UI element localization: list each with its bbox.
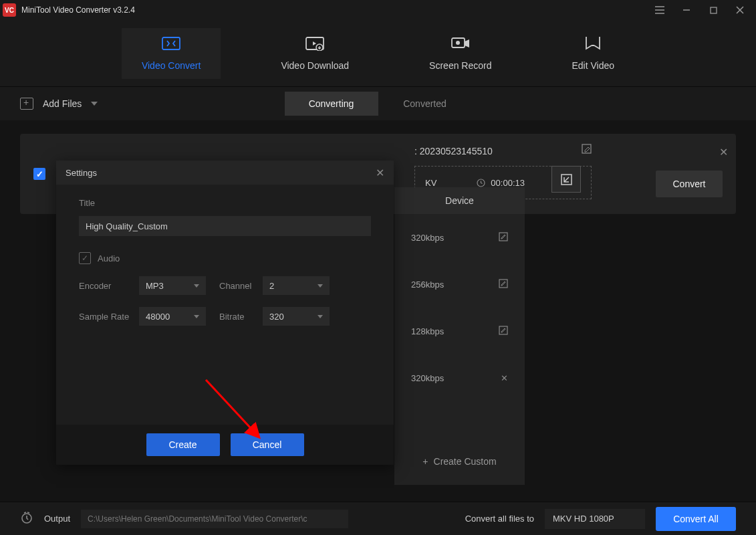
bitrate-select[interactable]: 320: [263, 307, 330, 326]
chevron-down-icon: [318, 315, 323, 318]
create-button[interactable]: Create: [146, 433, 220, 456]
tab-screen-record[interactable]: Screen Record: [409, 28, 511, 79]
svg-rect-11: [499, 326, 507, 334]
output-path-value: C:\Users\Helen Green\Documents\MiniTool …: [88, 514, 307, 524]
edit-icon[interactable]: [499, 326, 508, 337]
edit-video-icon: [583, 36, 603, 51]
menu-icon[interactable]: [646, 0, 673, 20]
clock-icon: [477, 179, 485, 187]
samplerate-select[interactable]: 48000: [139, 307, 206, 326]
samplerate-value: 48000: [146, 312, 170, 322]
output-path-select[interactable]: C:\Users\Helen Green\Documents\MiniTool …: [81, 510, 348, 528]
app-title: MiniTool Video Converter v3.2.4: [21, 5, 646, 15]
title-input[interactable]: [79, 216, 371, 236]
chevron-down-icon: [194, 315, 199, 318]
minimize-button[interactable]: [673, 0, 700, 20]
tab-converting[interactable]: Converting: [285, 92, 378, 116]
settings-body: Title ✓ Audio Encoder MP3 Channel 2: [56, 185, 394, 339]
samplerate-label: Sample Rate: [79, 312, 132, 322]
plus-icon: +: [422, 456, 428, 467]
download-icon: [305, 36, 325, 51]
bitrate-label: Bitrate: [219, 312, 256, 322]
add-files-button[interactable]: Add Files: [20, 98, 98, 110]
tab-label: Screen Record: [429, 60, 491, 71]
main-tabs: Video Convert Video Download Screen Reco…: [0, 20, 756, 87]
device-item-label: 320kbps: [411, 233, 444, 243]
create-custom-label: Create Custom: [434, 456, 497, 467]
cancel-button[interactable]: Cancel: [231, 433, 304, 456]
toolbar: Add Files Converting Converted: [0, 87, 756, 120]
target-format-button[interactable]: [551, 166, 581, 193]
tab-video-convert[interactable]: Video Convert: [122, 28, 221, 79]
edit-icon[interactable]: [582, 144, 592, 156]
tab-label: Edit Video: [572, 60, 615, 71]
device-item-label: 320kbps: [411, 373, 444, 383]
close-button[interactable]: [727, 0, 753, 20]
channel-value: 2: [269, 281, 274, 291]
tab-label: Video Download: [281, 60, 349, 71]
device-header: Device: [394, 187, 525, 214]
close-icon[interactable]: ✕: [501, 373, 508, 383]
file-checkbox[interactable]: ✓: [33, 168, 45, 180]
bitrate-value: 320: [269, 312, 284, 322]
encoder-label: Encoder: [79, 281, 132, 291]
device-item[interactable]: 256kbps: [394, 261, 525, 308]
audio-row: ✓ Audio: [79, 252, 371, 264]
convert-all-button[interactable]: Convert All: [656, 507, 736, 531]
duration: 00:00:13: [491, 178, 525, 188]
settings-header: Settings ✕: [56, 160, 394, 185]
format-select[interactable]: MKV HD 1080P: [545, 509, 645, 529]
svg-point-5: [456, 41, 460, 45]
clock-icon[interactable]: [20, 511, 33, 527]
chevron-down-icon: [318, 284, 323, 288]
convert-all-label: Convert all files to: [465, 514, 534, 524]
record-icon: [451, 36, 471, 51]
app-logo: VC: [3, 3, 16, 17]
convert-button[interactable]: Convert: [656, 171, 723, 197]
target-format: KV: [425, 178, 436, 188]
close-icon[interactable]: ✕: [719, 146, 728, 158]
channel-select[interactable]: 2: [263, 276, 330, 295]
svg-rect-10: [499, 280, 507, 288]
svg-rect-0: [711, 7, 717, 13]
status-tabs: Converting Converted: [285, 92, 472, 116]
format-value: MKV HD 1080P: [553, 514, 614, 524]
svg-rect-1: [162, 37, 180, 49]
settings-modal: Settings ✕ Title ✓ Audio Encoder MP3 Cha…: [56, 160, 394, 465]
tab-video-download[interactable]: Video Download: [261, 28, 369, 79]
device-item[interactable]: 320kbps: [394, 214, 525, 261]
encoder-value: MP3: [146, 281, 164, 291]
edit-icon[interactable]: [499, 232, 508, 243]
edit-icon[interactable]: [499, 279, 508, 290]
settings-title: Settings: [66, 168, 97, 178]
svg-rect-9: [499, 233, 507, 241]
tab-converted[interactable]: Converted: [378, 92, 472, 116]
add-files-icon: [20, 98, 33, 110]
device-panel: Device 320kbps 256kbps 128kbps 320kbps ✕…: [394, 187, 525, 485]
channel-label: Channel: [219, 281, 256, 291]
file-name: : 20230523145510: [414, 146, 493, 156]
settings-footer: Create Cancel: [56, 425, 394, 465]
maximize-button[interactable]: [700, 0, 727, 20]
add-files-label: Add Files: [43, 98, 82, 109]
convert-icon: [161, 36, 181, 51]
output-label: Output: [44, 514, 70, 524]
device-item-label: 128kbps: [411, 326, 444, 336]
tab-label: Video Convert: [142, 60, 201, 71]
device-item[interactable]: 128kbps: [394, 308, 525, 354]
bottom-bar: Output C:\Users\Helen Green\Documents\Mi…: [0, 502, 756, 535]
close-icon[interactable]: ✕: [376, 167, 384, 179]
device-item[interactable]: 320kbps ✕: [394, 354, 525, 401]
tab-edit-video[interactable]: Edit Video: [552, 28, 635, 79]
title-label: Title: [79, 198, 371, 208]
device-item-label: 256kbps: [411, 280, 444, 290]
create-custom-button[interactable]: + Create Custom: [394, 448, 525, 475]
titlebar: VC MiniTool Video Converter v3.2.4: [0, 0, 756, 20]
audio-label: Audio: [98, 253, 120, 263]
chevron-down-icon: [91, 102, 98, 106]
chevron-down-icon: [194, 284, 199, 288]
encoder-select[interactable]: MP3: [139, 276, 206, 295]
audio-checkbox[interactable]: ✓: [79, 252, 91, 264]
